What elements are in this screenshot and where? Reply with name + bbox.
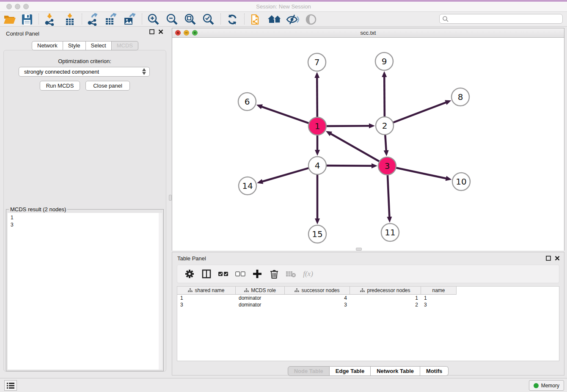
graph-node-label-8: 8 (458, 92, 463, 102)
column-header-predecessor-nodes[interactable]: predecessor nodes (350, 287, 421, 295)
zoom-fit-icon[interactable] (183, 13, 197, 26)
graph-edge-1-2[interactable] (326, 126, 370, 126)
save-session-icon[interactable] (20, 13, 34, 26)
import-table-icon[interactable] (63, 13, 77, 26)
table-cell[interactable]: 1 (350, 295, 421, 301)
node-table-body: 1dominator4113dominator323 (177, 295, 559, 308)
table-cell[interactable]: 3 (177, 301, 236, 308)
tab-network[interactable]: Network (32, 41, 63, 50)
node-table-header: shared name MCDS role successor nodes pr… (177, 287, 559, 295)
search-box[interactable] (439, 14, 563, 24)
close-panel-button[interactable]: Close panel (85, 81, 130, 91)
tab-select[interactable]: Select (86, 41, 112, 50)
column-header-mcds-role[interactable]: MCDS role (236, 287, 285, 295)
close-table-panel-icon[interactable] (555, 256, 560, 261)
network-minimize-button[interactable] (184, 30, 189, 36)
vertical-splitter-grip[interactable] (169, 195, 172, 201)
task-history-button[interactable] (4, 380, 17, 391)
zoom-selected-icon[interactable] (201, 13, 215, 26)
table-row[interactable]: 3dominator323 (177, 301, 559, 308)
delete-column-trash-icon[interactable] (269, 268, 280, 279)
memory-button[interactable]: Memory (529, 380, 564, 391)
float-panel-icon[interactable] (149, 29, 154, 34)
table-cell[interactable]: 1 (421, 295, 457, 301)
column-header-successor-nodes[interactable]: successor nodes (285, 287, 350, 295)
tab-network-table[interactable]: Network Table (371, 366, 420, 376)
refresh-icon[interactable] (225, 13, 239, 26)
table-settings-gear-icon[interactable] (184, 268, 195, 279)
table-cell[interactable]: 4 (285, 295, 350, 301)
add-column-plus-icon[interactable] (252, 268, 263, 279)
network-window-titlebar[interactable]: scc.txt (172, 28, 564, 38)
graph-edge-2-8[interactable] (393, 102, 447, 122)
graph-edge-4-14[interactable] (261, 168, 309, 182)
function-builder-icon[interactable]: f(x) (303, 268, 314, 279)
table-panel: Table Panel f(x) shar (172, 252, 564, 375)
graph-edge-4-3[interactable] (326, 166, 373, 166)
table-cell[interactable]: 1 (177, 295, 236, 301)
clone-network-icon[interactable] (249, 13, 263, 26)
column-header-name[interactable]: name (421, 287, 457, 295)
graph-edge-2-3[interactable] (385, 135, 386, 152)
network-view-window: scc.txt 1234678910111415 (172, 28, 564, 251)
network-close-button[interactable] (175, 30, 181, 36)
tab-node-table[interactable]: Node Table (288, 366, 330, 376)
delete-table-icon[interactable] (286, 268, 297, 279)
open-session-icon[interactable] (3, 13, 17, 26)
table-tabs: Node Table Edge Table Network Table Moti… (172, 366, 564, 376)
clear-all-checkboxes-icon[interactable] (235, 268, 246, 279)
close-panel-icon[interactable] (158, 29, 163, 34)
graph-edge-3-10[interactable] (396, 168, 447, 179)
graph-arrowhead-2-8 (445, 100, 451, 105)
graph-arrowhead-1-4 (315, 150, 320, 156)
hierarchy-icon (360, 288, 365, 293)
tab-edge-table[interactable]: Edge Table (330, 366, 371, 376)
zoom-out-icon[interactable] (165, 13, 179, 26)
minimize-window-button[interactable] (15, 4, 20, 9)
column-header-shared-name[interactable]: shared name (177, 287, 236, 295)
toolbar-separator (142, 14, 142, 25)
zoom-in-icon[interactable] (146, 13, 160, 26)
graph-node-label-11: 11 (385, 227, 395, 237)
zoom-window-button[interactable] (23, 4, 29, 9)
table-columns-icon[interactable] (201, 268, 212, 279)
graph-edge-3-11[interactable] (388, 175, 390, 218)
home-icon[interactable] (267, 13, 282, 26)
search-input[interactable] (449, 15, 562, 23)
network-graph[interactable]: 1234678910111415 (172, 38, 564, 251)
network-canvas[interactable]: 1234678910111415 (172, 38, 564, 251)
memory-label: Memory (541, 383, 559, 389)
close-window-button[interactable] (6, 4, 12, 9)
table-cell[interactable]: 2 (350, 301, 421, 308)
mcds-result-textarea[interactable]: 1 3 (8, 213, 162, 370)
table-row[interactable]: 1dominator411 (177, 295, 559, 301)
table-panel-title: Table Panel (177, 255, 206, 262)
graph-node-label-2: 2 (382, 121, 388, 131)
graph-edge-2-9[interactable] (384, 76, 385, 117)
table-cell[interactable]: 3 (421, 301, 457, 308)
main-toolbar (0, 12, 567, 27)
hide-panel-eye-icon[interactable] (286, 13, 300, 26)
network-zoom-button[interactable] (192, 30, 198, 36)
table-cell[interactable]: dominator (236, 301, 285, 308)
show-panel-eye-icon[interactable] (304, 13, 319, 26)
tab-motifs[interactable]: Motifs (420, 366, 449, 376)
export-network-icon[interactable] (85, 13, 100, 26)
table-cell[interactable]: 3 (285, 301, 350, 308)
graph-arrowhead-4-15 (315, 218, 320, 224)
graph-edge-1-7[interactable] (317, 77, 317, 117)
select-all-checkboxes-icon[interactable] (218, 268, 229, 279)
horizontal-splitter-grip[interactable] (356, 248, 362, 251)
criterion-dropdown[interactable]: strongly connected component (19, 67, 150, 77)
tab-mcds[interactable]: MCDS (112, 41, 138, 50)
graph-edge-1-6[interactable] (261, 106, 309, 123)
export-table-icon[interactable] (104, 13, 118, 26)
import-network-icon[interactable] (43, 13, 57, 26)
graph-edge-3-1[interactable] (330, 133, 380, 162)
tab-style[interactable]: Style (63, 41, 86, 50)
table-cell[interactable]: dominator (236, 295, 285, 301)
run-mcds-button[interactable]: Run MCDS (40, 81, 80, 91)
export-image-icon[interactable] (122, 13, 137, 26)
result-scrollbar[interactable] (159, 213, 162, 370)
float-table-panel-icon[interactable] (546, 256, 551, 261)
